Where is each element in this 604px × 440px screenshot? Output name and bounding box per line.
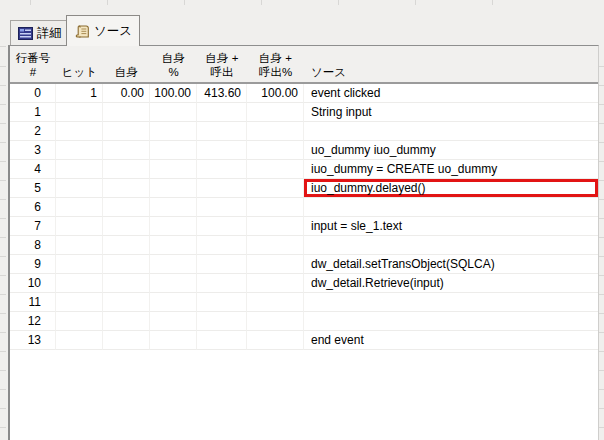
tab-source-label: ソース <box>94 23 132 40</box>
table-row[interactable]: 7input = sle_1.text <box>10 217 598 236</box>
cell-hits <box>56 274 103 293</box>
cell-self_pct <box>150 141 197 160</box>
cell-line: 11 <box>10 293 56 312</box>
cell-source <box>304 198 598 217</box>
cell-self_plus_calls_pct <box>247 312 304 331</box>
cell-line: 6 <box>10 198 56 217</box>
cell-line: 0 <box>10 84 56 103</box>
cell-self_pct <box>150 331 197 350</box>
cell-self_plus_calls_pct <box>247 160 304 179</box>
cell-self_plus_calls_pct <box>247 103 304 122</box>
cell-self_plus_calls_pct <box>247 331 304 350</box>
cell-self_plus_calls <box>197 217 247 236</box>
cell-self_plus_calls_pct <box>247 198 304 217</box>
table-row[interactable]: 13end event <box>10 331 598 350</box>
cell-self <box>103 331 150 350</box>
cell-source <box>304 236 598 255</box>
cell-line: 7 <box>10 217 56 236</box>
cell-self <box>103 274 150 293</box>
cell-line: 3 <box>10 141 56 160</box>
cell-line: 9 <box>10 255 56 274</box>
cell-self <box>103 122 150 141</box>
header-cell-hits[interactable]: ヒット <box>56 46 103 82</box>
cell-self <box>103 293 150 312</box>
cell-self_pct <box>150 312 197 331</box>
cell-self_pct <box>150 274 197 293</box>
cell-self <box>103 179 150 198</box>
header-cell-self[interactable]: 自身 <box>103 46 150 82</box>
highlighted-source-cell: iuo_dummy.delayed() <box>304 179 598 198</box>
right-edge-gridline-ticks <box>599 48 604 440</box>
table-row[interactable]: 010.00100.00413.60100.00event clicked <box>10 84 598 103</box>
cell-self_plus_calls <box>197 160 247 179</box>
header-cell-source[interactable]: ソース <box>304 46 598 82</box>
cell-source: uo_dummy iuo_dummy <box>304 141 598 160</box>
cell-self_pct <box>150 198 197 217</box>
table-row[interactable]: 11 <box>10 293 598 312</box>
tab-detail-label: 詳細 <box>37 25 62 42</box>
cell-source: end event <box>304 331 598 350</box>
table-row[interactable]: 12 <box>10 312 598 331</box>
header-cell-self_plus_calls_pct[interactable]: 自身 + 呼出% <box>247 46 304 82</box>
table-row[interactable]: 9dw_detail.setTransObject(SQLCA) <box>10 255 598 274</box>
cell-hits <box>56 122 103 141</box>
cell-source <box>304 312 598 331</box>
table-row[interactable]: 10dw_detail.Retrieve(input) <box>10 274 598 293</box>
cell-self <box>103 198 150 217</box>
tab-source[interactable]: ソース <box>66 15 140 46</box>
table-row[interactable]: 2 <box>10 122 598 141</box>
cell-self_pct: 100.00 <box>150 84 197 103</box>
header-cell-line[interactable]: 行番号 # <box>10 46 56 82</box>
cell-self_plus_calls <box>197 141 247 160</box>
cell-self <box>103 255 150 274</box>
cell-self: 0.00 <box>103 84 150 103</box>
table-row[interactable]: 3uo_dummy iuo_dummy <box>10 141 598 160</box>
scroll-icon <box>74 24 90 39</box>
header-cell-self_pct[interactable]: 自身 % <box>150 46 197 82</box>
cell-self_pct <box>150 217 197 236</box>
cell-self_plus_calls_pct <box>247 293 304 312</box>
cell-self_plus_calls <box>197 122 247 141</box>
cell-source <box>304 293 598 312</box>
cell-hits <box>56 160 103 179</box>
cell-self_plus_calls <box>197 312 247 331</box>
cell-hits <box>56 312 103 331</box>
cell-self_plus_calls: 413.60 <box>197 84 247 103</box>
cell-line: 12 <box>10 312 56 331</box>
detail-list-icon <box>18 27 33 40</box>
cell-self_plus_calls_pct <box>247 122 304 141</box>
cell-source: event clicked <box>304 84 598 103</box>
cell-self <box>103 160 150 179</box>
header-cell-self_plus_calls[interactable]: 自身 + 呼出 <box>197 46 247 82</box>
cell-source: iuo_dummy = CREATE uo_dummy <box>304 160 598 179</box>
cell-self_pct <box>150 293 197 312</box>
tab-detail[interactable]: 詳細 <box>10 20 70 45</box>
cell-self_pct <box>150 160 197 179</box>
cell-line: 13 <box>10 331 56 350</box>
cell-hits <box>56 293 103 312</box>
table-row[interactable]: 5iuo_dummy.delayed() <box>10 179 598 198</box>
cell-self_plus_calls <box>197 103 247 122</box>
cell-self_plus_calls_pct <box>247 274 304 293</box>
top-edge-gridline-ticks <box>0 0 604 5</box>
cell-line: 1 <box>10 103 56 122</box>
table-body: 010.00100.00413.60100.00event clicked1St… <box>10 84 598 350</box>
cell-self_pct <box>150 236 197 255</box>
table-row[interactable]: 1String input <box>10 103 598 122</box>
table-row[interactable]: 6 <box>10 198 598 217</box>
cell-self_plus_calls_pct <box>247 236 304 255</box>
cell-self_plus_calls_pct <box>247 217 304 236</box>
table-row[interactable]: 8 <box>10 236 598 255</box>
cell-line: 10 <box>10 274 56 293</box>
cell-self <box>103 103 150 122</box>
cell-self_plus_calls <box>197 198 247 217</box>
cell-self_pct <box>150 179 197 198</box>
cell-hits <box>56 198 103 217</box>
left-edge-gridline-ticks <box>0 40 6 440</box>
cell-hits <box>56 236 103 255</box>
table-row[interactable]: 4iuo_dummy = CREATE uo_dummy <box>10 160 598 179</box>
cell-self_plus_calls <box>197 236 247 255</box>
cell-source: dw_detail.Retrieve(input) <box>304 274 598 293</box>
cell-self_plus_calls <box>197 331 247 350</box>
cell-line: 4 <box>10 160 56 179</box>
